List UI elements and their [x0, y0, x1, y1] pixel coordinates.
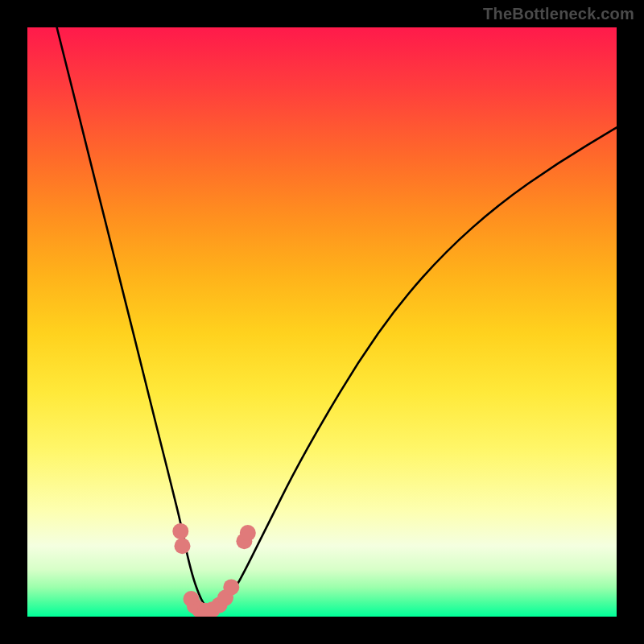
bottleneck-curve [57, 27, 617, 611]
highlight-point [223, 579, 239, 595]
highlight-point [172, 523, 188, 539]
chart-svg [27, 27, 617, 617]
highlight-point [240, 525, 256, 541]
watermark-text: TheBottleneck.com [483, 5, 634, 23]
plot-area [27, 27, 617, 617]
highlight-point [175, 538, 191, 554]
chart-frame: TheBottleneck.com [0, 0, 644, 644]
highlight-markers [172, 523, 255, 617]
